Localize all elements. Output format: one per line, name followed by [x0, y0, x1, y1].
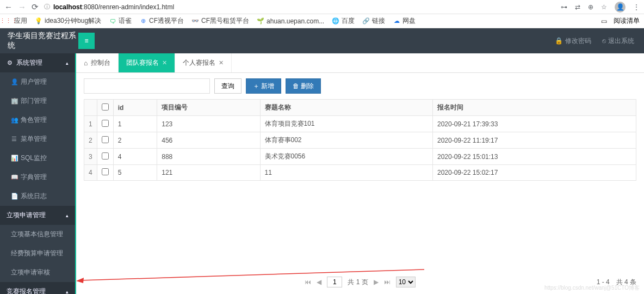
home-icon: ⌂	[84, 59, 88, 67]
bookmark-item[interactable]: ☁网盘	[393, 16, 416, 26]
col-id[interactable]: id	[113, 100, 157, 116]
kebab-menu-icon[interactable]: ⋮	[633, 3, 640, 11]
sidebar-group-apply[interactable]: 立项申请管理▴	[0, 206, 75, 225]
reading-list-label[interactable]: 阅读清单	[614, 16, 640, 26]
page-size-select[interactable]: 10	[396, 277, 416, 287]
sidebar-item-review[interactable]: 立项申请审核	[0, 263, 75, 282]
sidebar-toggle[interactable]: ≡	[78, 33, 95, 49]
close-icon[interactable]: ✕	[162, 59, 167, 66]
bookmark-item[interactable]: 🗨语雀	[109, 16, 132, 26]
sidebar-item-users[interactable]: 👤用户管理	[0, 72, 75, 91]
user-icon: 👤	[11, 78, 17, 85]
forward-button[interactable]: →	[18, 2, 26, 11]
col-rownum	[84, 100, 97, 116]
row-select[interactable]	[97, 116, 113, 132]
row-checkbox[interactable]	[102, 120, 109, 127]
bookmark-apps[interactable]: ⋮⋮⋮应用	[4, 16, 27, 26]
sidebar: ⚙系统管理▴ 👤用户管理 🏢部门管理 👥角色管理 ☰菜单管理 📊SQL监控 📖字…	[0, 53, 76, 294]
cell-time: 2020-09-22 15:02:17	[432, 165, 636, 181]
close-icon[interactable]: ✕	[219, 59, 224, 66]
bookmark-item[interactable]: ⊕CF透视平台	[139, 16, 184, 26]
hamburger-icon: ≡	[84, 37, 88, 45]
key-icon[interactable]: ⊶	[561, 3, 567, 11]
row-select[interactable]	[97, 149, 113, 165]
sidebar-item-dept[interactable]: 🏢部门管理	[0, 91, 75, 111]
table-row[interactable]: 22456体育赛事0022020-09-22 11:19:17	[84, 132, 636, 149]
bookmark-item[interactable]: 👓CF黑号租赁平台	[191, 16, 249, 26]
bookmark-item[interactable]: 🌐百度	[332, 16, 355, 26]
sidebar-group-system[interactable]: ⚙系统管理▴	[0, 53, 75, 72]
site-info-icon[interactable]: ⓘ	[44, 3, 50, 11]
tab-personal-signup[interactable]: 个人赛报名✕	[175, 53, 232, 72]
row-number: 2	[84, 132, 97, 149]
sidebar-item-roles[interactable]: 👥角色管理	[0, 111, 75, 130]
cell-title: 11	[260, 165, 432, 181]
tab-team-signup[interactable]: 团队赛报名✕	[119, 53, 175, 72]
bookmark-item[interactable]: 🔗链接	[362, 16, 385, 26]
delete-button[interactable]: 🗑删除	[286, 78, 321, 94]
row-checkbox[interactable]	[102, 152, 109, 160]
row-select[interactable]	[97, 132, 113, 149]
first-page-icon[interactable]: ⏮	[305, 278, 311, 286]
logout-link[interactable]: ⎋退出系统	[602, 36, 634, 46]
content-area: 查询 ＋新增 🗑删除 id 项目编号 赛题名称 报名时间 11123体育项目竞赛…	[76, 73, 644, 294]
search-button[interactable]: 查询	[214, 78, 242, 94]
translate-icon[interactable]: ⇄	[575, 3, 580, 11]
browser-toolbar: ← → ⟳ ⓘ localhost:8080/renren-admin/inde…	[0, 0, 644, 14]
cell-id: 1	[113, 116, 157, 132]
caret-up-icon: ▴	[66, 60, 69, 66]
prev-page-icon[interactable]: ◀	[317, 278, 321, 286]
row-number: 4	[84, 165, 97, 181]
search-icon[interactable]: ⊕	[588, 3, 593, 11]
trash-icon: 🗑	[293, 82, 299, 90]
cell-proj: 888	[157, 149, 260, 165]
col-select-all[interactable]	[97, 100, 113, 116]
sidebar-item-logs[interactable]: 📄系统日志	[0, 187, 75, 206]
sidebar-item-budget[interactable]: 经费预算申请管理	[0, 244, 75, 263]
total-pages: 共 1 页	[348, 278, 368, 287]
cell-proj: 456	[157, 132, 260, 149]
bookmark-item[interactable]: 💡idea30分钟bug解决	[35, 16, 101, 26]
reload-button[interactable]: ⟳	[32, 2, 39, 12]
plus-icon: ＋	[253, 82, 259, 91]
back-button[interactable]: ←	[4, 2, 13, 11]
row-select[interactable]	[97, 165, 113, 181]
search-input[interactable]	[84, 78, 210, 94]
bookmark-item[interactable]: 🌱ahuan.uepan.com...	[257, 17, 324, 25]
next-page-icon[interactable]: ▶	[374, 278, 379, 286]
add-button[interactable]: ＋新增	[246, 78, 281, 94]
tab-bar: ⌂控制台 团队赛报名✕ 个人赛报名✕	[76, 53, 644, 73]
row-checkbox[interactable]	[102, 136, 109, 143]
col-title[interactable]: 赛题名称	[260, 100, 432, 116]
chart-icon: 📊	[11, 155, 17, 162]
watermark: https://blog.csdn.net/wanj@51CTO博客	[544, 284, 640, 292]
caret-up-icon: ▴	[66, 213, 69, 218]
col-time[interactable]: 报名时间	[432, 100, 636, 116]
sidebar-item-basicinfo[interactable]: 立项基本信息管理	[0, 225, 75, 244]
page-input[interactable]	[327, 277, 342, 287]
sidebar-item-dict[interactable]: 📖字典管理	[0, 168, 75, 187]
sidebar-item-sql[interactable]: 📊SQL监控	[0, 149, 75, 168]
address-bar[interactable]: ⓘ localhost:8080/renren-admin/index1.htm…	[44, 3, 555, 11]
sidebar-item-menus[interactable]: ☰菜单管理	[0, 130, 75, 149]
gear-icon: ⚙	[7, 59, 13, 66]
tab-dashboard[interactable]: ⌂控制台	[76, 53, 119, 72]
table-row[interactable]: 34888美术竞赛00562020-09-22 15:01:13	[84, 149, 636, 165]
reading-list-icon[interactable]: ▭	[601, 17, 607, 25]
profile-avatar[interactable]: 👤	[615, 2, 626, 13]
cell-proj: 123	[157, 116, 260, 132]
change-password-link[interactable]: 🔒修改密码	[555, 36, 591, 46]
last-page-icon[interactable]: ⏭	[384, 278, 391, 286]
row-checkbox[interactable]	[102, 168, 109, 175]
cell-time: 2020-09-22 15:01:13	[432, 149, 636, 165]
select-all-checkbox[interactable]	[102, 103, 109, 111]
star-icon[interactable]: ☆	[601, 3, 607, 11]
data-table: id 项目编号 赛题名称 报名时间 11123体育项目竞赛1012020-09-…	[84, 99, 636, 181]
bookmarks-bar: ⋮⋮⋮应用 💡idea30分钟bug解决 🗨语雀 ⊕CF透视平台 👓CF黑号租赁…	[0, 14, 644, 28]
table-row[interactable]: 45121112020-09-22 15:02:17	[84, 165, 636, 181]
col-proj[interactable]: 项目编号	[157, 100, 260, 116]
table-row[interactable]: 11123体育项目竞赛1012020-09-21 17:39:33	[84, 116, 636, 132]
sidebar-group-contest[interactable]: 竞赛报名管理▴	[0, 282, 75, 294]
book-icon: 📖	[11, 174, 17, 181]
cell-id: 5	[113, 165, 157, 181]
